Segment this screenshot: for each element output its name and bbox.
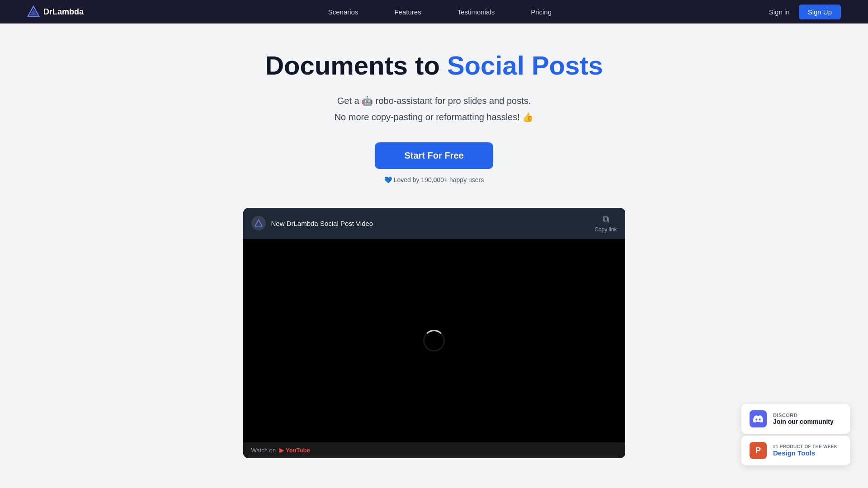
- product-hunt-icon: P: [750, 442, 767, 459]
- loved-label: 💙 Loved by 190,000+ happy users: [384, 176, 484, 183]
- discord-text: DISCORD Join our community: [773, 413, 834, 425]
- loading-spinner: [423, 330, 445, 352]
- product-hunt-text: #1 PRODUCT OF THE WEEK Design Tools: [773, 444, 837, 457]
- loved-text: 💙 Loved by 190,000+ happy users: [384, 176, 484, 183]
- sign-up-button[interactable]: Sign Up: [799, 5, 841, 19]
- video-logo-icon: [251, 216, 266, 230]
- hero-section: Documents to Social Posts Get a 🤖 robo-a…: [247, 23, 621, 197]
- sign-in-button[interactable]: Sign in: [769, 8, 790, 16]
- ph-label: #1 PRODUCT OF THE WEEK: [773, 444, 837, 449]
- svg-marker-2: [255, 220, 262, 226]
- nav-links: Scenarios Features Testimonials Pricing: [111, 8, 769, 16]
- product-hunt-widget[interactable]: P #1 PRODUCT OF THE WEEK Design Tools: [741, 436, 850, 465]
- main-content: Documents to Social Posts Get a 🤖 robo-a…: [0, 0, 868, 458]
- video-title: New DrLambda Social Post Video: [271, 220, 373, 227]
- hero-subtitle: Get a 🤖 robo-assistant for pro slides an…: [335, 94, 534, 126]
- hero-title-highlight: Social Posts: [447, 51, 603, 80]
- discord-label: DISCORD: [773, 413, 834, 418]
- copy-icon: ⧉: [603, 214, 609, 225]
- logo-icon: [27, 5, 40, 18]
- ph-link: Design Tools: [773, 449, 837, 457]
- hero-subtitle-line2: No more copy-pasting or reformatting has…: [335, 110, 534, 124]
- nav-pricing[interactable]: Pricing: [531, 8, 552, 16]
- logo[interactable]: DrLambda: [27, 5, 84, 18]
- hero-title-plain: Documents to: [265, 51, 447, 80]
- ph-link-text: Design Tools: [773, 449, 815, 457]
- discord-link: Join our community: [773, 418, 834, 425]
- video-body[interactable]: [243, 239, 625, 442]
- hero-subtitle-line1: Get a 🤖 robo-assistant for pro slides an…: [335, 94, 534, 108]
- youtube-logo: ▶ YouTube: [279, 447, 310, 454]
- watch-on-area: Watch on ▶ YouTube: [251, 447, 310, 454]
- youtube-label: YouTube: [286, 447, 310, 454]
- navbar: DrLambda Scenarios Features Testimonials…: [0, 0, 868, 23]
- nav-testimonials[interactable]: Testimonials: [458, 8, 495, 16]
- logo-text: DrLambda: [43, 7, 84, 17]
- nav-features[interactable]: Features: [394, 8, 421, 16]
- video-title-area: New DrLambda Social Post Video: [251, 216, 373, 230]
- watch-on-label: Watch on: [251, 447, 276, 454]
- nav-scenarios[interactable]: Scenarios: [328, 8, 359, 16]
- copy-link-button[interactable]: ⧉ Copy link: [594, 214, 617, 233]
- copy-link-label: Copy link: [594, 226, 617, 233]
- start-for-free-button[interactable]: Start For Free: [375, 142, 493, 169]
- video-container: New DrLambda Social Post Video ⧉ Copy li…: [243, 208, 625, 458]
- video-footer: Watch on ▶ YouTube: [243, 442, 625, 458]
- video-header: New DrLambda Social Post Video ⧉ Copy li…: [243, 208, 625, 239]
- hero-title: Documents to Social Posts: [265, 51, 603, 81]
- discord-widget[interactable]: DISCORD Join our community: [741, 404, 850, 434]
- discord-icon: [750, 410, 767, 427]
- navbar-actions: Sign in Sign Up: [769, 5, 841, 19]
